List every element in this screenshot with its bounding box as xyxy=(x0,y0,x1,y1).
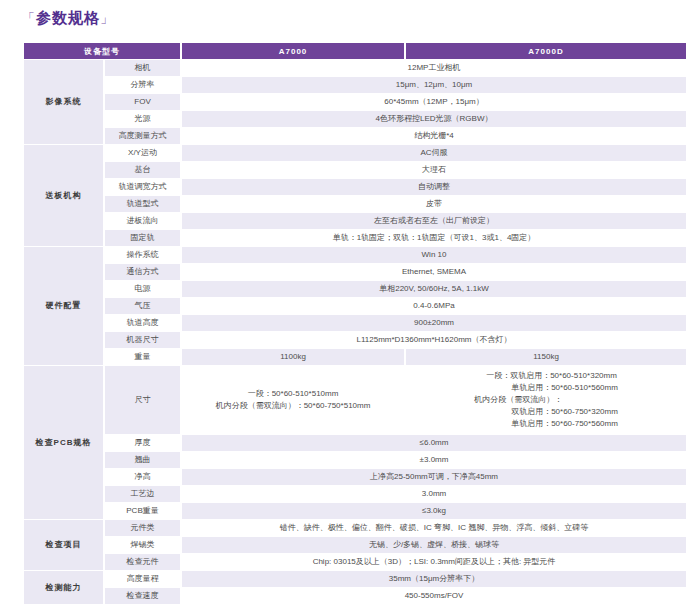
value-line: 一段：双轨启用：50*60-510*320mm xyxy=(474,370,618,382)
value-cell-a7000d: 一段：双轨启用：50*60-510*320mm单轨启用：50*60-510*56… xyxy=(406,366,686,434)
table-row: 检查PCB规格尺寸一段：50*60-510*510mm机内分段（需双流向）：50… xyxy=(24,366,686,434)
param-label-cell: 焊锡类 xyxy=(105,537,180,553)
param-label-cell: 检查速度 xyxy=(105,588,180,604)
table-row: 厚度≤6.0mm xyxy=(24,435,686,451)
table-row: 机器尺寸L1125mm*D1360mm*H1620mm（不含灯） xyxy=(24,332,686,348)
table-row: 电源单相220V, 50/60Hz, 5A, 1.1kW xyxy=(24,281,686,297)
param-label-cell: 轨道高度 xyxy=(105,315,180,331)
table-row: 气压0.4-0.6MPa xyxy=(24,298,686,314)
table-row: FOV60*45mm（12MP，15μm） xyxy=(24,94,686,110)
value-cell: 结构光栅*4 xyxy=(182,128,686,144)
param-label-cell: 高度测量方式 xyxy=(105,128,180,144)
spec-page: 「参数规格」 设备型号 A7000 A7000D 影像系统相机12MP工业相机分… xyxy=(0,0,700,605)
value-cell: 上净高25-50mm可调，下净高45mm xyxy=(182,469,686,485)
value-line: 一段：50*60-510*510mm xyxy=(182,388,404,400)
value-cell: 皮带 xyxy=(182,196,686,212)
title-bracket-right: 」 xyxy=(100,11,114,26)
value-cell: 3.0mm xyxy=(182,486,686,502)
value-cell: 左至右或者右至左（出厂前设定） xyxy=(182,213,686,229)
param-label-cell: 轨道型式 xyxy=(105,196,180,212)
param-label-cell: 尺寸 xyxy=(105,366,180,434)
value-line: 双轨启用：50*60-750*320mm xyxy=(474,406,618,418)
table-row: 送板机构X/Y运动AC伺服 xyxy=(24,145,686,161)
param-label-cell: 净高 xyxy=(105,469,180,485)
param-label-cell: 重量 xyxy=(105,349,180,365)
page-title: 「参数规格」 xyxy=(22,6,114,30)
param-label-cell: X/Y运动 xyxy=(105,145,180,161)
category-cell: 送板机构 xyxy=(24,145,103,246)
param-label-cell: 气压 xyxy=(105,298,180,314)
table-row: 净高上净高25-50mm可调，下净高45mm xyxy=(24,469,686,485)
param-label-cell: 进板流向 xyxy=(105,213,180,229)
header-row: 设备型号 A7000 A7000D xyxy=(24,43,686,59)
spec-table: 设备型号 A7000 A7000D 影像系统相机12MP工业相机分辨率15μm、… xyxy=(22,42,688,605)
table-row: 检查项目元件类错件、缺件、极性、偏位、翻件、破损、IC 弯脚、IC 翘脚、异物、… xyxy=(24,520,686,536)
table-row: 重量1100kg1150kg xyxy=(24,349,686,365)
value-line: 单轨启用：50*60-750*560mm xyxy=(474,418,618,430)
value-cell: 4色环形程控LED光源（RGBW） xyxy=(182,111,686,127)
value-cell: 35mm（15μm分辨率下） xyxy=(182,571,686,587)
param-label-cell: 分辨率 xyxy=(105,77,180,93)
category-cell: 检查项目 xyxy=(24,520,103,570)
value-cell: Win 10 xyxy=(182,247,686,263)
table-row: 轨道高度900±20mm xyxy=(24,315,686,331)
param-label-cell: 元件类 xyxy=(105,520,180,536)
param-label-cell: 固定轨 xyxy=(105,230,180,246)
category-cell: 影像系统 xyxy=(24,60,103,144)
category-cell: 检测能力 xyxy=(24,571,103,604)
multiline-value-block: 一段：双轨启用：50*60-510*320mm单轨启用：50*60-510*56… xyxy=(474,370,618,430)
param-label-cell: 检查元件 xyxy=(105,554,180,570)
multiline-value-block: 一段：50*60-510*510mm机内分段（需双流向）：50*60-750*5… xyxy=(182,388,404,412)
spec-table-header: 设备型号 A7000 A7000D xyxy=(24,43,686,59)
param-label-cell: 基台 xyxy=(105,162,180,178)
value-cell: 60*45mm（12MP，15μm） xyxy=(182,94,686,110)
value-cell: Ethernet, SMEMA xyxy=(182,264,686,280)
value-cell: 单轨：1轨固定；双轨：1轨固定（可设1、3或1、4固定） xyxy=(182,230,686,246)
table-row: 硬件配置操作系统Win 10 xyxy=(24,247,686,263)
param-label-cell: PCB重量 xyxy=(105,503,180,519)
value-line: 单轨启用：50*60-510*560mm xyxy=(474,382,618,394)
table-row: 轨道调宽方式自动调整 xyxy=(24,179,686,195)
table-row: 固定轨单轨：1轨固定；双轨：1轨固定（可设1、3或1、4固定） xyxy=(24,230,686,246)
table-row: 检查元件Chip: 03015及以上（3D）；LSI: 0.3mm间距及以上；其… xyxy=(24,554,686,570)
table-row: 进板流向左至右或者右至左（出厂前设定） xyxy=(24,213,686,229)
param-label-cell: 相机 xyxy=(105,60,180,76)
header-cell-a7000d: A7000D xyxy=(406,43,686,59)
title-bracket-left: 「 xyxy=(22,11,36,26)
param-label-cell: 操作系统 xyxy=(105,247,180,263)
page-title-text: 参数规格 xyxy=(36,9,100,26)
table-row: 检查速度450-550ms/FOV xyxy=(24,588,686,604)
value-cell: 大理石 xyxy=(182,162,686,178)
table-row: 翘曲±3.0mm xyxy=(24,452,686,468)
value-cell: 15μm、12μm、10μm xyxy=(182,77,686,93)
param-label-cell: 高度量程 xyxy=(105,571,180,587)
param-label-cell: 机器尺寸 xyxy=(105,332,180,348)
value-cell: 无锡、少/多锡、虚焊、桥接、锡球等 xyxy=(182,537,686,553)
value-cell: Chip: 03015及以上（3D）；LSI: 0.3mm间距及以上；其他: 异… xyxy=(182,554,686,570)
value-line: 机内分段（需双流向）：50*60-750*510mm xyxy=(182,400,404,412)
param-label-cell: 厚度 xyxy=(105,435,180,451)
value-cell: L1125mm*D1360mm*H1620mm（不含灯） xyxy=(182,332,686,348)
value-cell-a7000: 1100kg xyxy=(182,349,404,365)
table-row: 通信方式Ethernet, SMEMA xyxy=(24,264,686,280)
value-cell: 自动调整 xyxy=(182,179,686,195)
spec-table-body: 影像系统相机12MP工业相机分辨率15μm、12μm、10μmFOV60*45m… xyxy=(24,60,686,604)
value-cell: 450-550ms/FOV xyxy=(182,588,686,604)
value-cell: 单相220V, 50/60Hz, 5A, 1.1kW xyxy=(182,281,686,297)
value-line: 机内分段（需双流向）： xyxy=(474,394,618,406)
table-row: 影像系统相机12MP工业相机 xyxy=(24,60,686,76)
table-row: PCB重量≤3.0kg xyxy=(24,503,686,519)
value-cell: ≤6.0mm xyxy=(182,435,686,451)
param-label-cell: FOV xyxy=(105,94,180,110)
table-row: 轨道型式皮带 xyxy=(24,196,686,212)
value-cell-a7000: 一段：50*60-510*510mm机内分段（需双流向）：50*60-750*5… xyxy=(182,366,404,434)
param-label-cell: 通信方式 xyxy=(105,264,180,280)
table-row: 检测能力高度量程35mm（15μm分辨率下） xyxy=(24,571,686,587)
param-label-cell: 光源 xyxy=(105,111,180,127)
param-label-cell: 工艺边 xyxy=(105,486,180,502)
table-row: 高度测量方式结构光栅*4 xyxy=(24,128,686,144)
value-cell: AC伺服 xyxy=(182,145,686,161)
param-label-cell: 轨道调宽方式 xyxy=(105,179,180,195)
header-cell-a7000: A7000 xyxy=(182,43,404,59)
value-cell-a7000d: 1150kg xyxy=(406,349,686,365)
